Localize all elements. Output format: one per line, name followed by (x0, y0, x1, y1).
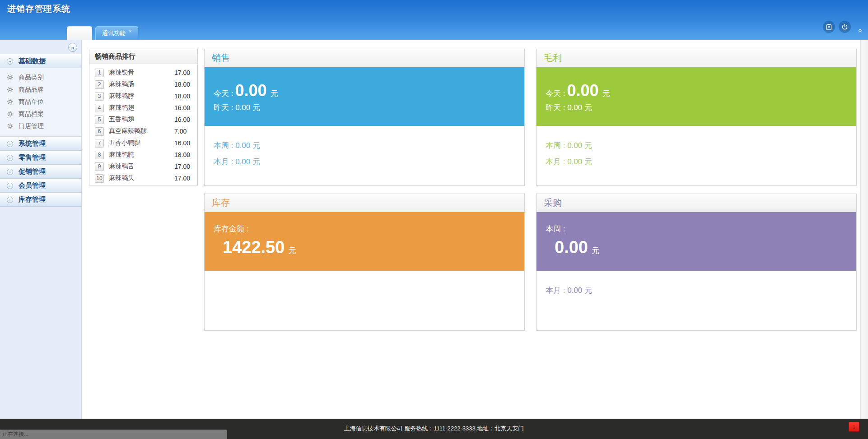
rank-badge: 2 (95, 80, 104, 89)
sidebar-item-store-management[interactable]: 门店管理 (0, 120, 81, 132)
close-tab-icon[interactable]: × (129, 28, 131, 34)
product-value: 17.00 (174, 175, 190, 182)
list-item: 6 真空麻辣鸭胗 7.00 (89, 125, 197, 137)
power-icon (841, 23, 848, 30)
product-name: 麻辣鸭翅 (109, 104, 134, 112)
inventory-card-title: 库存 (205, 194, 524, 212)
sidebar-section-member[interactable]: + 会员管理 (0, 179, 81, 193)
sidebar-section-inventory[interactable]: + 库存管理 (0, 193, 81, 207)
product-name: 麻辣锁骨 (109, 69, 134, 77)
product-value: 17.00 (174, 163, 190, 170)
expand-section-icon: + (7, 141, 13, 147)
purchase-card-band: 本周 : 0.00 元 (537, 212, 856, 271)
yesterday-line: 昨天 : 0.00 元 (546, 102, 856, 113)
sales-card-title: 销售 (205, 49, 524, 67)
download-indicator-icon[interactable]: ↓ (849, 422, 859, 432)
product-value: 16.00 (174, 116, 190, 123)
product-name: 麻辣鸭头 (109, 174, 134, 182)
tab-bar: 通讯功能 × (67, 26, 138, 40)
sidebar-item-label: 商品档案 (19, 110, 44, 118)
product-value: 7.00 (174, 128, 187, 135)
gross-profit-card-band: 今天 : 0.00 元 昨天 : 0.00 元 (537, 67, 856, 126)
rank-badge: 6 (95, 127, 104, 136)
sidebar-section-label: 会员管理 (19, 181, 46, 190)
tab-communication[interactable]: 通讯功能 × (95, 26, 138, 40)
gross-profit-card-title: 毛利 (537, 49, 856, 67)
unit-label: 元 (592, 245, 599, 256)
purchase-card: 采购 本周 : 0.00 元 本月 : 0.00 元 (536, 194, 857, 331)
sidebar-item-product-unit[interactable]: 商品单位 (0, 96, 81, 108)
browser-status-bar: 正在连接... (0, 430, 227, 439)
sales-card-details: 本周 : 0.00 元 本月 : 0.00 元 (205, 126, 524, 167)
list-item: 4 麻辣鸭翅 16.00 (89, 102, 197, 114)
inventory-card-details (205, 271, 524, 285)
sales-card: 销售 今天 : 0.00 元 昨天 : 0.00 元 本周 : 0.00 元 本… (204, 49, 525, 186)
rank-badge: 7 (95, 139, 104, 148)
sidebar-item-label: 商品品牌 (19, 86, 44, 94)
product-value: 18.00 (174, 81, 190, 88)
unit-label: 元 (602, 88, 610, 99)
sidebar-item-product-archive[interactable]: 商品档案 (0, 108, 81, 120)
list-item: 10 麻辣鸭头 17.00 (89, 172, 197, 184)
inventory-amount-value: 1422.50 (223, 239, 285, 256)
purchase-week-value: 0.00 (555, 239, 588, 256)
product-value: 16.00 (174, 139, 190, 147)
expand-section-icon: + (7, 183, 13, 189)
rank-badge: 9 (95, 162, 104, 171)
app-window: 进销存管理系统 (0, 0, 868, 439)
product-name: 五香鸭翅 (109, 116, 134, 124)
sales-card-band: 今天 : 0.00 元 昨天 : 0.00 元 (205, 67, 524, 126)
inventory-card-band: 库存金额 : 1422.50 元 (205, 212, 524, 271)
product-name: 五香小鸭腿 (109, 139, 140, 147)
sidebar-section-basic-data[interactable]: − 基础数据 (0, 54, 81, 68)
rank-badge: 1 (95, 69, 104, 77)
product-name: 真空麻辣鸭胗 (109, 127, 147, 135)
unit-label: 元 (271, 88, 278, 99)
sidebar-section-retail[interactable]: + 零售管理 (0, 151, 81, 165)
gear-icon (7, 86, 14, 93)
sidebar-section-promotion[interactable]: + 促销管理 (0, 165, 81, 179)
right-scrollbar[interactable] (860, 40, 868, 419)
sidebar-section-label: 系统管理 (19, 139, 46, 148)
yesterday-line: 昨天 : 0.00 元 (214, 102, 524, 113)
sidebar-item-label: 商品类别 (19, 74, 44, 82)
sidebar-section-body: 商品类别 商品品牌 商品单位 商品档案 门店管理 (0, 68, 81, 137)
list-item: 2 麻辣鸭肠 18.00 (89, 79, 197, 90)
rank-badge: 4 (95, 104, 104, 112)
best-sellers-list: 1 麻辣锁骨 17.00 2 麻辣鸭肠 18.00 3 麻辣鸭脖 18.00 4… (89, 64, 197, 184)
today-label: 今天 : (214, 88, 233, 99)
sidebar-item-product-category[interactable]: 商品类别 (0, 71, 81, 83)
week-line: 本周 : 0.00 元 (546, 140, 856, 151)
sidebar-collapse-button[interactable]: « (68, 43, 77, 52)
sidebar-accordion: − 基础数据 商品类别 商品品牌 商品单位 商品档案 (0, 54, 81, 207)
gear-icon (7, 74, 14, 81)
product-value: 17.00 (174, 69, 190, 76)
power-button[interactable] (839, 21, 851, 33)
tab-home[interactable] (67, 26, 92, 40)
today-value: 0.00 (235, 83, 266, 99)
sidebar: « − 基础数据 商品类别 商品品牌 商品单位 (0, 40, 82, 419)
clipboard-button[interactable] (823, 21, 835, 33)
clipboard-icon (826, 23, 832, 30)
sidebar-item-product-brand[interactable]: 商品品牌 (0, 83, 81, 96)
purchase-week-label: 本周 : (546, 224, 856, 234)
purchase-card-details: 本月 : 0.00 元 (537, 271, 856, 296)
sidebar-item-label: 门店管理 (19, 122, 44, 130)
list-item: 1 麻辣锁骨 17.00 (89, 67, 197, 79)
month-line: 本月 : 0.00 元 (546, 285, 856, 296)
list-item: 9 麻辣鸭舌 17.00 (89, 161, 197, 172)
rank-badge: 8 (95, 151, 104, 159)
sidebar-section-system[interactable]: + 系统管理 (0, 137, 81, 151)
sidebar-section-label: 促销管理 (19, 167, 46, 176)
today-label: 今天 : (546, 88, 565, 99)
month-line: 本月 : 0.00 元 (546, 157, 856, 167)
best-sellers-title: 畅销商品排行 (89, 49, 197, 64)
product-value: 16.00 (174, 104, 190, 111)
sidebar-section-label: 基础数据 (19, 57, 46, 65)
app-title: 进销存管理系统 (7, 3, 70, 15)
gear-icon (7, 111, 14, 117)
sidebar-section-label: 零售管理 (19, 153, 46, 162)
purchase-card-title: 采购 (537, 194, 856, 212)
collapse-north-panel-icon[interactable]: « (857, 29, 864, 33)
today-value: 0.00 (567, 83, 598, 99)
